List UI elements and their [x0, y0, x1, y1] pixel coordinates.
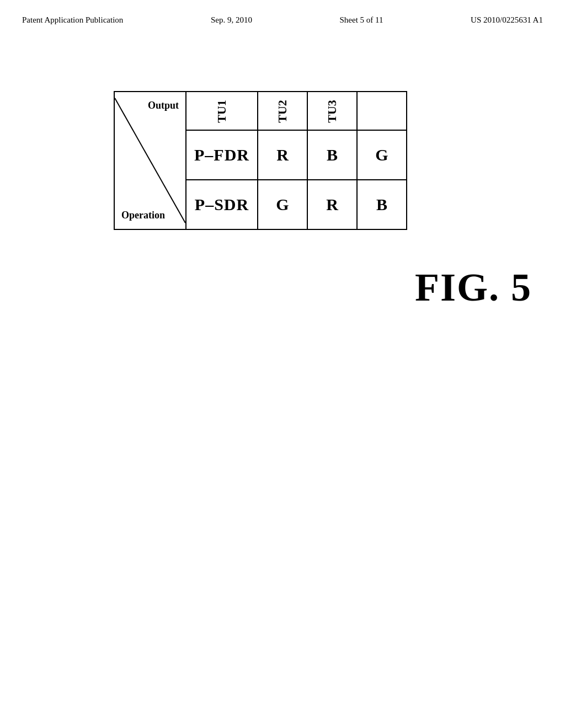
tu2-header: TU2 [258, 92, 307, 130]
pfdr-tu3-value: G [357, 130, 407, 180]
psdr-tu3-value: B [357, 180, 407, 229]
table-container: Output Operation TU1 TU2 TU3 P–FDR R B [114, 91, 407, 230]
operation-label: Operation [121, 210, 165, 221]
pfdr-tu2-value: B [307, 130, 357, 180]
diagonal-header-cell: Output Operation [114, 92, 186, 229]
pfdr-tu1-value: R [258, 130, 307, 180]
tu3-label: TU3 [325, 100, 339, 123]
psdr-label: P–SDR [186, 180, 258, 229]
publication-date: Sep. 9, 2010 [211, 15, 252, 25]
psdr-tu2-value: R [307, 180, 357, 229]
patent-table: Output Operation TU1 TU2 TU3 P–FDR R B [114, 91, 407, 230]
patent-number: US 2010/0225631 A1 [471, 15, 543, 25]
output-label: Output [148, 100, 179, 111]
figure-label: FIG. 5 [415, 265, 532, 311]
psdr-tu1-value: G [258, 180, 307, 229]
fig-text: FIG. 5 [415, 265, 532, 309]
publication-label: Patent Application Publication [22, 15, 123, 25]
svg-line-0 [115, 98, 185, 223]
tu1-header: TU1 [186, 92, 258, 130]
table-header-row: Output Operation TU1 TU2 TU3 [114, 92, 407, 130]
pfdr-label: P–FDR [186, 130, 258, 180]
tu3-header: TU3 [307, 92, 357, 130]
tu2-label: TU2 [275, 100, 290, 123]
tu1-label: TU1 [215, 100, 229, 123]
sheet-info: Sheet 5 of 11 [340, 15, 383, 25]
main-content: Output Operation TU1 TU2 TU3 P–FDR R B [0, 91, 565, 230]
page-header: Patent Application Publication Sep. 9, 2… [0, 0, 565, 25]
